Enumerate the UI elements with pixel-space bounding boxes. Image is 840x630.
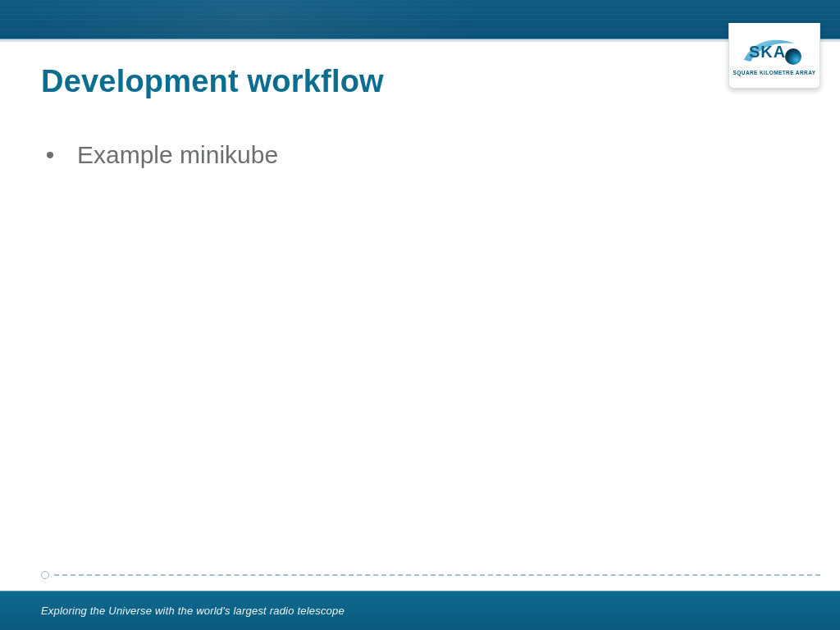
logo: SKA SQUARE KILOMETRE ARRAY [733, 35, 816, 75]
logo-tab: SKA SQUARE KILOMETRE ARRAY [728, 23, 820, 89]
svg-point-0 [785, 48, 801, 65]
separator-dashes [54, 574, 820, 576]
slide-title: Development workflow [41, 64, 384, 99]
footer-tagline: Exploring the Universe with the world's … [41, 605, 345, 617]
logo-subtext: SQUARE KILOMETRE ARRAY [733, 70, 816, 75]
svg-text:SKA: SKA [749, 43, 786, 61]
slide-body: • Example minikube [41, 139, 779, 171]
footer-separator [41, 571, 820, 579]
separator-ring-icon [41, 571, 49, 579]
ska-logo-icon: SKA [742, 35, 806, 68]
footer-band: Exploring the Universe with the world's … [0, 591, 840, 630]
header-accent-line [0, 39, 840, 42]
bullet-item: • Example minikube [41, 139, 779, 171]
bullet-marker-icon: • [41, 139, 59, 171]
header-band [0, 0, 840, 39]
bullet-text: Example minikube [77, 139, 278, 171]
